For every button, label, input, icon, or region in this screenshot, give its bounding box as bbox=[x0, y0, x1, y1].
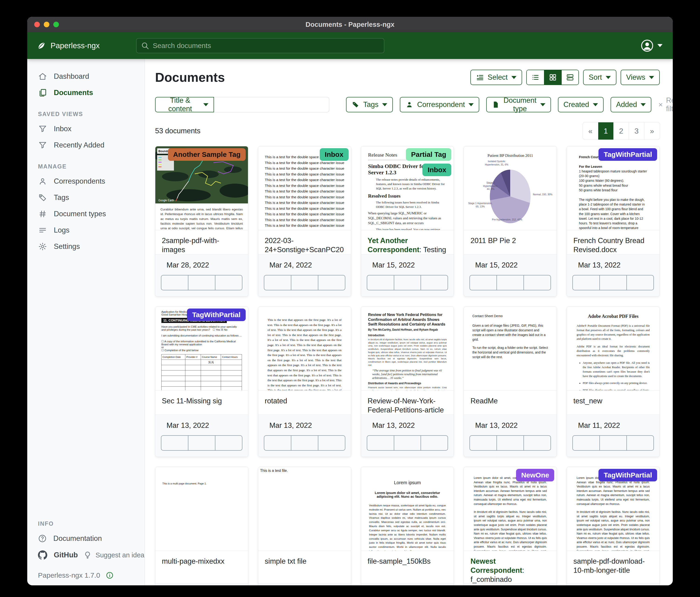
view-mode-details-button[interactable] bbox=[561, 70, 578, 85]
sidebar-item-inbox[interactable]: Inbox bbox=[36, 121, 138, 137]
document-title[interactable]: sample-pdf-download-10-mb-longer-title bbox=[567, 551, 659, 583]
document-title[interactable]: Yet Another Correspondent: Testing Email bbox=[361, 230, 454, 254]
filter-added-button[interactable]: Added bbox=[610, 97, 652, 112]
edit-document-button[interactable] bbox=[161, 435, 189, 451]
document-title[interactable]: 2022-03-24+Sonstige+ScanPC2022-03-24_081… bbox=[258, 230, 351, 254]
download-document-button[interactable] bbox=[215, 275, 243, 290]
download-document-button[interactable] bbox=[318, 435, 345, 451]
info-circle-icon[interactable] bbox=[106, 571, 114, 579]
document-title[interactable]: test_new bbox=[567, 390, 659, 414]
sidebar-item-logs[interactable]: Logs bbox=[36, 222, 138, 238]
document-title[interactable]: ReadMe bbox=[464, 390, 556, 414]
tag-badge[interactable]: Partial Tag bbox=[406, 148, 451, 161]
edit-document-button[interactable] bbox=[161, 275, 189, 290]
pagination-button-next[interactable]: » bbox=[644, 122, 660, 140]
document-card[interactable]: This is the text that appears on the fir… bbox=[258, 306, 351, 457]
view-document-button[interactable] bbox=[497, 275, 524, 290]
reset-filters-button[interactable]: × Reset filters bbox=[658, 96, 673, 113]
pagination-button-prev[interactable]: « bbox=[583, 122, 598, 140]
edit-document-button[interactable] bbox=[572, 435, 600, 451]
download-document-button[interactable] bbox=[421, 275, 448, 290]
download-document-button[interactable] bbox=[318, 275, 345, 290]
sidebar-item-documentation[interactable]: Documentation bbox=[36, 530, 138, 547]
download-document-button[interactable] bbox=[524, 435, 551, 451]
download-document-button[interactable] bbox=[524, 275, 551, 290]
document-card[interactable]: This is a multi page document. Page 1. m… bbox=[155, 467, 248, 586]
document-title[interactable]: file-sample_150kBs bbox=[361, 551, 454, 583]
view-document-button[interactable] bbox=[394, 435, 421, 451]
document-card[interactable]: Review of New York Federal Petitions for… bbox=[361, 306, 454, 457]
sidebar-item-github[interactable]: GitHub bbox=[36, 547, 80, 564]
document-title[interactable]: multi-page-mixedxx bbox=[155, 551, 248, 583]
tag-badge[interactable]: Another Sample Tag bbox=[168, 148, 246, 161]
document-card[interactable]: Adobe Acrobat PDF FilesAdobe® Portable D… bbox=[567, 306, 660, 457]
document-title[interactable]: rotated bbox=[258, 390, 351, 414]
document-card[interactable]: Lorem ipsumLorem ipsum dolor sit amet, c… bbox=[361, 467, 454, 586]
brand[interactable]: Paperless-ngx bbox=[36, 40, 136, 51]
sort-button[interactable]: Sort bbox=[583, 70, 617, 85]
tag-badge[interactable]: TagWithPartial bbox=[598, 469, 657, 481]
tag-badge[interactable]: Inbox bbox=[320, 148, 349, 161]
edit-document-button[interactable] bbox=[264, 275, 291, 290]
sidebar-item-document-types[interactable]: Document types bbox=[36, 206, 138, 222]
document-card[interactable]: NewOne Lorem ipsum dolor sit amet, conse… bbox=[464, 467, 557, 586]
pagination-button-3[interactable]: 3 bbox=[629, 122, 644, 140]
edit-document-button[interactable] bbox=[470, 275, 497, 290]
view-document-button[interactable] bbox=[497, 435, 524, 451]
document-card[interactable]: Another Sample Tag Boundary Waters Trip … bbox=[155, 146, 248, 296]
view-document-button[interactable] bbox=[291, 275, 318, 290]
filter-query-input[interactable] bbox=[214, 97, 329, 112]
document-card[interactable]: Patient BP Distribution 2011Isolated Sys… bbox=[464, 146, 557, 296]
view-document-button[interactable] bbox=[599, 275, 627, 290]
sidebar-item-dashboard[interactable]: Dashboard bbox=[36, 68, 138, 85]
tag-badge[interactable]: TagWithPartial bbox=[187, 309, 246, 321]
document-title[interactable]: French Country Bread Revised.docx bbox=[567, 230, 659, 254]
download-document-button[interactable] bbox=[626, 435, 654, 451]
user-menu[interactable] bbox=[641, 39, 662, 52]
document-title[interactable]: 2011 BP Pie 2 bbox=[464, 230, 556, 254]
tag-badge[interactable]: TagWithPartial bbox=[598, 148, 657, 161]
document-title[interactable]: Sec 11-Missing sig bbox=[155, 390, 248, 414]
document-title[interactable]: 2sample-pdf-with-images bbox=[155, 230, 248, 254]
search-input[interactable] bbox=[136, 38, 384, 53]
edit-document-button[interactable] bbox=[264, 435, 291, 451]
document-card[interactable]: TagWithPartial Lorem ipsum dolor sit ame… bbox=[567, 467, 660, 586]
view-document-button[interactable] bbox=[188, 275, 216, 290]
view-document-button[interactable] bbox=[291, 435, 318, 451]
sidebar-item-correspondents[interactable]: Correspondents bbox=[36, 173, 138, 189]
view-mode-list-button[interactable] bbox=[527, 70, 544, 85]
filter-field-button[interactable]: Title & content bbox=[155, 97, 214, 112]
edit-document-button[interactable] bbox=[367, 435, 394, 451]
view-document-button[interactable] bbox=[188, 435, 216, 451]
document-card[interactable]: TagWithPartial French Country Bread For … bbox=[567, 146, 660, 296]
select-button[interactable]: Select bbox=[470, 70, 522, 85]
download-document-button[interactable] bbox=[215, 435, 243, 451]
document-card[interactable]: TagWithPartial Application for Medical S… bbox=[155, 306, 248, 457]
edit-document-button[interactable] bbox=[572, 275, 600, 290]
edit-document-button[interactable] bbox=[470, 435, 497, 451]
sidebar-item-documents[interactable]: Documents bbox=[36, 85, 138, 101]
document-card[interactable]: Inbox This is a test for the double spac… bbox=[258, 146, 351, 296]
filter-created-button[interactable]: Created bbox=[558, 97, 604, 112]
document-card[interactable]: This is a test file. simple txt file bbox=[258, 467, 351, 586]
edit-document-button[interactable] bbox=[367, 275, 394, 290]
pagination-button-2[interactable]: 2 bbox=[614, 122, 629, 140]
download-document-button[interactable] bbox=[421, 435, 448, 451]
view-document-button[interactable] bbox=[599, 435, 627, 451]
tag-badge[interactable]: NewOne bbox=[516, 469, 554, 481]
sidebar-item-settings[interactable]: Settings bbox=[36, 238, 138, 255]
view-mode-grid-button[interactable] bbox=[544, 70, 561, 85]
view-document-button[interactable] bbox=[394, 275, 421, 290]
pagination-button-1[interactable]: 1 bbox=[598, 122, 614, 140]
document-title[interactable]: Newest Correspondent: f_combinado bbox=[464, 551, 556, 583]
document-title[interactable]: simple txt file bbox=[258, 551, 351, 583]
tag-badge[interactable]: Inbox bbox=[422, 164, 451, 176]
sidebar-item-suggest-idea[interactable]: Suggest an idea bbox=[81, 547, 145, 563]
document-card[interactable]: Contact Sheet Demo Given a set of image … bbox=[464, 306, 557, 457]
filter-correspondent-button[interactable]: Correspondent bbox=[400, 97, 479, 112]
sidebar-item-tags[interactable]: Tags bbox=[36, 189, 138, 206]
filter-document-type-button[interactable]: Document type bbox=[486, 97, 551, 112]
document-title[interactable]: Review-of-New-York-Federal-Petitions-art… bbox=[361, 390, 454, 414]
document-card[interactable]: Partial TagInbox Release NotesSimba ODBC… bbox=[361, 146, 454, 296]
sidebar-item-recently-added[interactable]: Recently Added bbox=[36, 137, 138, 153]
